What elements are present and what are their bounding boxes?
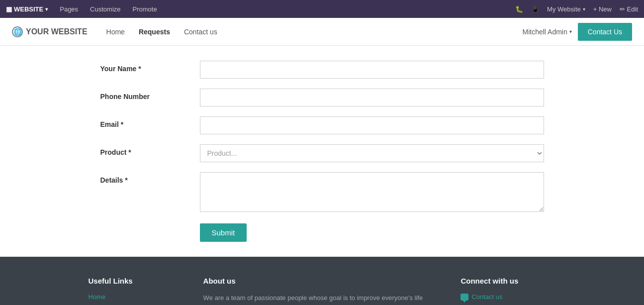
edit-label: ✏ Edit bbox=[620, 5, 638, 13]
admin-brand[interactable]: ▦ WEBSITE ▾ bbox=[6, 5, 48, 13]
admin-right-actions: 🐛 📱 My Website ▾ + New ✏ Edit bbox=[515, 5, 638, 13]
admin-nav-customize[interactable]: Customize bbox=[85, 5, 125, 13]
footer-about-title: About us bbox=[203, 277, 441, 285]
chevron-down-icon: ▾ bbox=[569, 29, 572, 34]
form-submit-row: Submit bbox=[100, 223, 544, 242]
contact-link-icon-row: Contact us bbox=[460, 293, 502, 301]
input-phone[interactable] bbox=[200, 89, 544, 106]
form-row-email: Email * bbox=[100, 116, 544, 134]
field-phone bbox=[200, 89, 544, 106]
nav-home[interactable]: Home bbox=[99, 28, 132, 36]
user-dropdown[interactable]: Mitchell Admin ▾ bbox=[522, 28, 571, 36]
footer-contact-label: Contact us bbox=[471, 293, 502, 301]
label-text: Your Name bbox=[100, 65, 137, 73]
input-your-name[interactable] bbox=[200, 61, 544, 79]
select-product[interactable]: Product... bbox=[200, 144, 544, 162]
admin-brand-label: WEBSITE bbox=[14, 5, 43, 13]
my-website-dropdown[interactable]: My Website ▾ bbox=[547, 5, 585, 13]
field-product: Product... bbox=[200, 144, 544, 162]
admin-bar: ▦ WEBSITE ▾ Pages Customize Promote 🐛 📱 … bbox=[0, 0, 644, 18]
form-row-phone: Phone Number bbox=[100, 89, 544, 106]
label-email: Email * bbox=[100, 116, 200, 128]
grid-icon: ▦ bbox=[6, 5, 12, 13]
label-details: Details * bbox=[100, 172, 200, 184]
form-row-name: Your Name * bbox=[100, 61, 544, 79]
user-name: Mitchell Admin bbox=[522, 28, 567, 36]
admin-nav-pages[interactable]: Pages bbox=[55, 5, 83, 13]
input-email[interactable] bbox=[200, 116, 544, 134]
footer-connect: Connect with us Contact us Resellers bbox=[460, 277, 555, 305]
globe-icon: 🌐 bbox=[12, 26, 23, 37]
footer-about-us: About us We are a team of passionate peo… bbox=[203, 277, 441, 305]
nav-contact[interactable]: Contact us bbox=[177, 28, 224, 36]
nav-requests[interactable]: Requests bbox=[132, 28, 177, 36]
header-right: Mitchell Admin ▾ Contact Us bbox=[522, 23, 632, 41]
submit-button[interactable]: Submit bbox=[200, 223, 247, 242]
label-text: Email bbox=[100, 120, 119, 128]
label-product: Product * bbox=[100, 144, 200, 156]
new-button[interactable]: + New bbox=[593, 5, 612, 13]
admin-nav-promote[interactable]: Promote bbox=[128, 5, 162, 13]
footer-about-text: We are a team of passionate people whose… bbox=[203, 293, 441, 305]
required-indicator: * bbox=[121, 120, 123, 128]
required-indicator: * bbox=[138, 65, 141, 73]
footer-link-contact[interactable]: Contact us bbox=[460, 293, 555, 302]
chevron-down-icon: ▾ bbox=[45, 6, 48, 12]
site-footer: Useful Links Home About us About us We a… bbox=[0, 257, 644, 305]
label-text: Phone Number bbox=[100, 93, 150, 101]
edit-button[interactable]: ✏ Edit bbox=[620, 5, 638, 13]
form-container: Your Name * Phone Number Email * bbox=[89, 61, 556, 242]
form-row-product: Product * Product... bbox=[100, 144, 544, 162]
footer-useful-links-title: Useful Links bbox=[89, 277, 184, 285]
site-logo[interactable]: 🌐 YOUR WEBSITE bbox=[12, 26, 88, 37]
field-details bbox=[200, 172, 544, 213]
new-label: + New bbox=[593, 5, 612, 13]
required-indicator: * bbox=[125, 176, 127, 184]
logo-text: YOUR WEBSITE bbox=[26, 27, 88, 36]
chat-bubble-icon bbox=[460, 294, 468, 301]
contact-us-button[interactable]: Contact Us bbox=[578, 23, 632, 41]
footer-link-home[interactable]: Home bbox=[89, 293, 184, 301]
form-row-details: Details * bbox=[100, 172, 544, 213]
mobile-icon[interactable]: 📱 bbox=[531, 5, 539, 13]
site-nav: Home Requests Contact us bbox=[99, 28, 224, 36]
chevron-down-icon: ▾ bbox=[583, 6, 585, 12]
my-website-label: My Website bbox=[547, 5, 581, 13]
footer-connect-title: Connect with us bbox=[460, 277, 555, 285]
footer-inner: Useful Links Home About us About us We a… bbox=[89, 277, 556, 305]
site-header: 🌐 YOUR WEBSITE Home Requests Contact us … bbox=[0, 18, 644, 46]
textarea-details[interactable] bbox=[200, 172, 544, 212]
field-your-name bbox=[200, 61, 544, 79]
field-email bbox=[200, 116, 544, 134]
required-indicator: * bbox=[128, 148, 131, 156]
main-content: Your Name * Phone Number Email * bbox=[0, 46, 644, 257]
label-text: Details bbox=[100, 176, 123, 184]
label-your-name: Your Name * bbox=[100, 61, 200, 73]
label-text: Product bbox=[100, 148, 127, 156]
label-phone: Phone Number bbox=[100, 89, 200, 101]
debug-icon[interactable]: 🐛 bbox=[515, 5, 523, 13]
footer-useful-links: Useful Links Home About us bbox=[89, 277, 184, 305]
